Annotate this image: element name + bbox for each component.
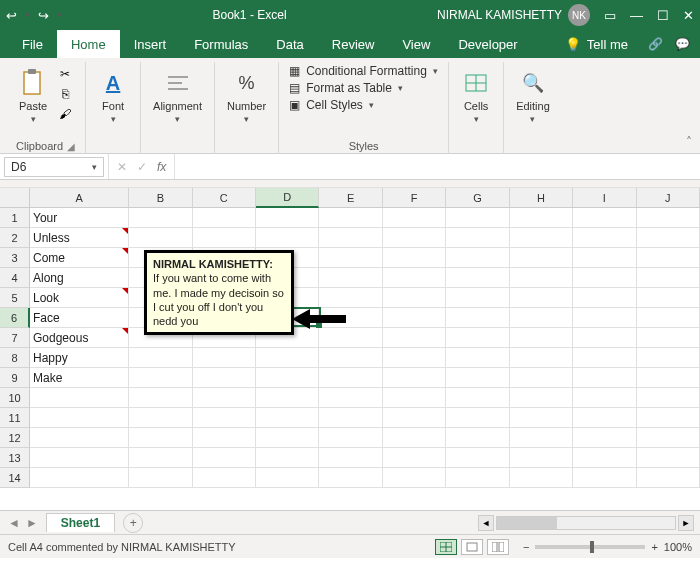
- editing-button[interactable]: 🔍 Editing ▾: [514, 66, 552, 126]
- cell-E1[interactable]: [319, 208, 382, 228]
- cell-J3[interactable]: [637, 248, 700, 268]
- cell-B8[interactable]: [129, 348, 192, 368]
- zoom-slider[interactable]: [535, 545, 645, 549]
- cell-A9[interactable]: Make: [30, 368, 129, 388]
- cell-F5[interactable]: [383, 288, 446, 308]
- row-header-11[interactable]: 11: [0, 408, 30, 428]
- cell-B12[interactable]: [129, 428, 192, 448]
- cell-J4[interactable]: [637, 268, 700, 288]
- cell-E2[interactable]: [319, 228, 382, 248]
- cell-A3[interactable]: Come: [30, 248, 129, 268]
- cell-F1[interactable]: [383, 208, 446, 228]
- col-header-H[interactable]: H: [510, 188, 573, 208]
- cell-D13[interactable]: [256, 448, 319, 468]
- cell-H9[interactable]: [510, 368, 573, 388]
- cell-D8[interactable]: [256, 348, 319, 368]
- sheet-tab-active[interactable]: Sheet1: [46, 513, 115, 532]
- cell-J8[interactable]: [637, 348, 700, 368]
- cancel-formula-icon[interactable]: ✕: [117, 160, 127, 174]
- cell-J10[interactable]: [637, 388, 700, 408]
- cell-E14[interactable]: [319, 468, 382, 488]
- cell-H14[interactable]: [510, 468, 573, 488]
- cell-G9[interactable]: [446, 368, 509, 388]
- dialog-launcher-icon[interactable]: ◢: [67, 141, 75, 152]
- cell-F13[interactable]: [383, 448, 446, 468]
- share-icon[interactable]: 🔗: [648, 37, 663, 51]
- cell-A2[interactable]: Unless: [30, 228, 129, 248]
- col-header-G[interactable]: G: [446, 188, 509, 208]
- conditional-formatting-button[interactable]: ▦Conditional Formatting▾: [289, 64, 438, 78]
- cell-E9[interactable]: [319, 368, 382, 388]
- cell-E4[interactable]: [319, 268, 382, 288]
- col-header-D[interactable]: D: [256, 188, 319, 208]
- row-header-13[interactable]: 13: [0, 448, 30, 468]
- cell-C13[interactable]: [193, 448, 256, 468]
- cell-F8[interactable]: [383, 348, 446, 368]
- row-header-14[interactable]: 14: [0, 468, 30, 488]
- cell-I6[interactable]: [573, 308, 636, 328]
- row-header-12[interactable]: 12: [0, 428, 30, 448]
- cell-E13[interactable]: [319, 448, 382, 468]
- cell-I12[interactable]: [573, 428, 636, 448]
- cell-J7[interactable]: [637, 328, 700, 348]
- cell-F9[interactable]: [383, 368, 446, 388]
- cell-D2[interactable]: [256, 228, 319, 248]
- cell-A10[interactable]: [30, 388, 129, 408]
- undo-dropdown-icon[interactable]: ▾: [25, 10, 30, 20]
- cell-C8[interactable]: [193, 348, 256, 368]
- cell-B11[interactable]: [129, 408, 192, 428]
- sheet-nav-prev-icon[interactable]: ◄: [8, 516, 20, 530]
- cell-E10[interactable]: [319, 388, 382, 408]
- cell-C9[interactable]: [193, 368, 256, 388]
- cell-A1[interactable]: Your: [30, 208, 129, 228]
- cell-J2[interactable]: [637, 228, 700, 248]
- cell-A8[interactable]: Happy: [30, 348, 129, 368]
- comments-icon[interactable]: 💬: [675, 37, 690, 51]
- zoom-out-button[interactable]: −: [523, 541, 529, 553]
- row-header-2[interactable]: 2: [0, 228, 30, 248]
- collapse-ribbon-icon[interactable]: ˄: [686, 135, 692, 149]
- cell-F7[interactable]: [383, 328, 446, 348]
- cell-I9[interactable]: [573, 368, 636, 388]
- cell-G2[interactable]: [446, 228, 509, 248]
- name-box[interactable]: D6 ▾: [4, 157, 104, 177]
- cell-B13[interactable]: [129, 448, 192, 468]
- cell-A6[interactable]: Face: [30, 308, 129, 328]
- cell-I13[interactable]: [573, 448, 636, 468]
- cell-D9[interactable]: [256, 368, 319, 388]
- cell-J12[interactable]: [637, 428, 700, 448]
- copy-icon[interactable]: ⎘: [56, 86, 74, 102]
- col-header-F[interactable]: F: [383, 188, 446, 208]
- cell-C2[interactable]: [193, 228, 256, 248]
- tab-view[interactable]: View: [388, 30, 444, 58]
- cell-B14[interactable]: [129, 468, 192, 488]
- cell-D1[interactable]: [256, 208, 319, 228]
- cell-E5[interactable]: [319, 288, 382, 308]
- cell-C11[interactable]: [193, 408, 256, 428]
- cell-I4[interactable]: [573, 268, 636, 288]
- col-header-J[interactable]: J: [637, 188, 700, 208]
- row-header-10[interactable]: 10: [0, 388, 30, 408]
- cell-H4[interactable]: [510, 268, 573, 288]
- cell-G13[interactable]: [446, 448, 509, 468]
- cell-G7[interactable]: [446, 328, 509, 348]
- col-header-C[interactable]: C: [193, 188, 256, 208]
- tab-home[interactable]: Home: [57, 30, 120, 58]
- tab-developer[interactable]: Developer: [444, 30, 531, 58]
- cell-B2[interactable]: [129, 228, 192, 248]
- cell-F12[interactable]: [383, 428, 446, 448]
- cell-G11[interactable]: [446, 408, 509, 428]
- cell-H3[interactable]: [510, 248, 573, 268]
- cell-H2[interactable]: [510, 228, 573, 248]
- view-page-break-button[interactable]: [487, 539, 509, 555]
- cell-D12[interactable]: [256, 428, 319, 448]
- cell-F14[interactable]: [383, 468, 446, 488]
- cell-A14[interactable]: [30, 468, 129, 488]
- cell-H1[interactable]: [510, 208, 573, 228]
- cell-I8[interactable]: [573, 348, 636, 368]
- cell-B10[interactable]: [129, 388, 192, 408]
- close-icon[interactable]: ✕: [683, 8, 694, 23]
- col-header-E[interactable]: E: [319, 188, 382, 208]
- cell-G1[interactable]: [446, 208, 509, 228]
- alignment-button[interactable]: Alignment ▾: [151, 66, 204, 126]
